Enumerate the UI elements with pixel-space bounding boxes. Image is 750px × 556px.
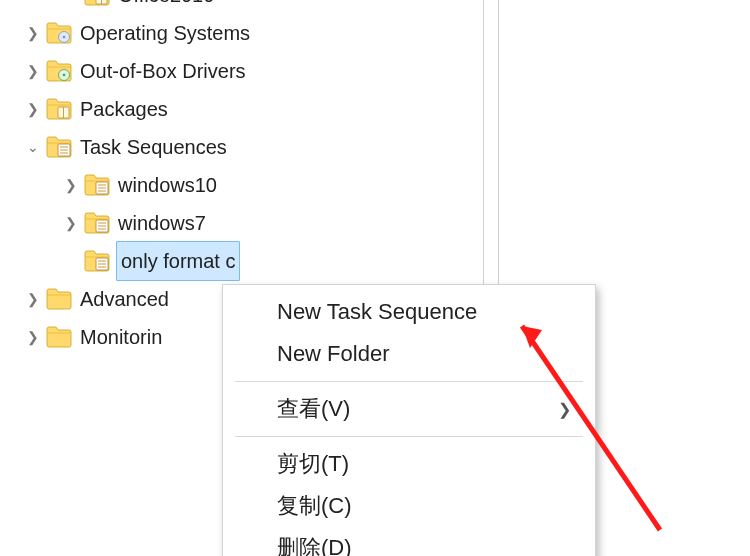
tree-item-label: windows7 — [116, 204, 206, 242]
drv-icon — [46, 58, 72, 84]
menu-item[interactable]: 复制(C) — [223, 485, 595, 527]
menu-item-label: 查看(V) — [277, 394, 350, 424]
ts-icon — [84, 210, 110, 236]
tree-item[interactable]: ❯Out-of-Box Drivers — [0, 52, 500, 90]
folder-icon — [46, 286, 72, 312]
menu-item-label: New Task Sequence — [277, 299, 477, 325]
ts-icon — [84, 248, 110, 274]
tree-item[interactable]: •only format c — [0, 242, 500, 280]
menu-separator — [235, 381, 583, 382]
tree-item[interactable]: •Office2010 — [0, 0, 500, 14]
menu-item-label: 删除(D) — [277, 533, 352, 556]
tree-item-label: Advanced — [78, 280, 169, 318]
ts-icon — [84, 172, 110, 198]
pkg-icon — [84, 0, 110, 8]
menu-item[interactable]: New Task Sequence — [223, 291, 595, 333]
menu-item[interactable]: 查看(V)❯ — [223, 388, 595, 430]
expand-icon[interactable]: ❯ — [24, 90, 42, 128]
menu-separator — [235, 436, 583, 437]
expand-icon: • — [62, 242, 80, 280]
tree-item-label: Monitorin — [78, 318, 162, 356]
tree-item-label: Out-of-Box Drivers — [78, 52, 246, 90]
context-menu: New Task SequenceNew Folder查看(V)❯剪切(T)复制… — [222, 284, 596, 556]
tree-item[interactable]: ❯windows7 — [0, 204, 500, 242]
tree-item[interactable]: ❯Operating Systems — [0, 14, 500, 52]
ts-icon — [46, 134, 72, 160]
tree-item-label: windows10 — [116, 166, 217, 204]
expand-icon[interactable]: ❯ — [62, 204, 80, 242]
expand-icon[interactable]: ❯ — [24, 14, 42, 52]
menu-item-label: 剪切(T) — [277, 449, 349, 479]
tree-item[interactable]: ❯Packages — [0, 90, 500, 128]
tree-item-label: Task Sequences — [78, 128, 227, 166]
expand-icon[interactable]: ❯ — [62, 166, 80, 204]
menu-item[interactable]: 删除(D) — [223, 527, 595, 556]
menu-item[interactable]: New Folder — [223, 333, 595, 375]
collapse-icon[interactable]: ⌄ — [24, 128, 42, 166]
expand-icon: • — [62, 0, 80, 14]
expand-icon[interactable]: ❯ — [24, 280, 42, 318]
os-icon — [46, 20, 72, 46]
tree-item-label: Operating Systems — [78, 14, 250, 52]
pkg-icon — [46, 96, 72, 122]
tree-item-label: Packages — [78, 90, 168, 128]
tree-item[interactable]: ❯windows10 — [0, 166, 500, 204]
menu-item-label: New Folder — [277, 341, 389, 367]
tree-item-label: Office2010 — [116, 0, 214, 14]
menu-item-label: 复制(C) — [277, 491, 352, 521]
tree-item[interactable]: ⌄Task Sequences — [0, 128, 500, 166]
expand-icon[interactable]: ❯ — [24, 318, 42, 356]
expand-icon[interactable]: ❯ — [24, 52, 42, 90]
folder-icon — [46, 324, 72, 350]
menu-item[interactable]: 剪切(T) — [223, 443, 595, 485]
submenu-arrow-icon: ❯ — [558, 400, 571, 419]
tree-item-label: only format c — [116, 241, 240, 281]
